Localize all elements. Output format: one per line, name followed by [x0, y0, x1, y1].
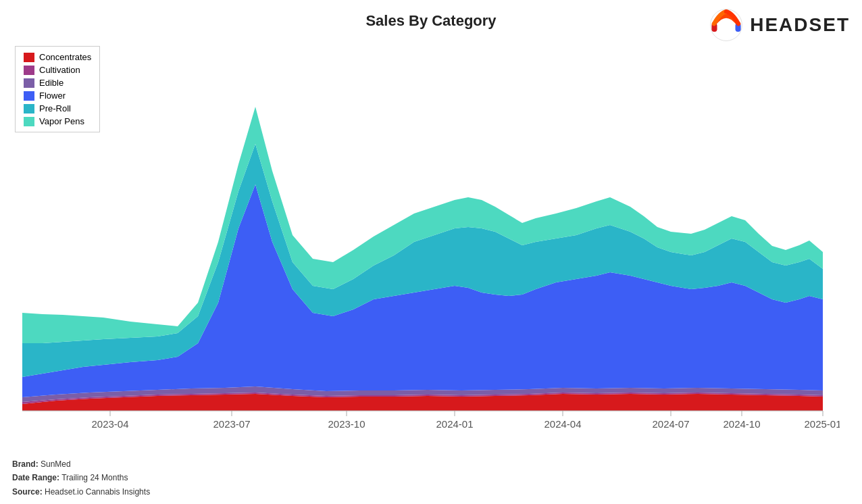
- legend-label-cultivation: Cultivation: [39, 65, 80, 75]
- xlabel-2023-07: 2023-07: [213, 418, 250, 430]
- xlabel-2024-10: 2024-10: [723, 418, 760, 430]
- xlabel-2024-01: 2024-01: [436, 418, 473, 430]
- legend-label-concentrates: Concentrates: [39, 52, 91, 62]
- legend-item-cultivation: Cultivation: [24, 65, 91, 75]
- source-label: Source:: [12, 487, 43, 497]
- xlabel-2024-07: 2024-07: [652, 418, 689, 430]
- date-range-label: Date Range:: [12, 473, 59, 482]
- source-value: Headset.io Cannabis Insights: [45, 487, 150, 497]
- xlabel-2023-04: 2023-04: [91, 418, 128, 430]
- chart-container: HEADSET Sales By Category Concentrates C…: [0, 0, 862, 504]
- headset-logo: HEADSET: [708, 7, 850, 43]
- brand-label: Brand:: [12, 459, 39, 469]
- legend-swatch-preroll: [24, 104, 34, 114]
- xlabel-2025-01: 2025-01: [804, 418, 840, 430]
- legend-swatch-vaporpens: [24, 117, 34, 126]
- legend-label-preroll: Pre-Roll: [39, 103, 71, 114]
- legend-swatch-cultivation: [24, 66, 34, 75]
- legend-item-flower: Flower: [24, 91, 91, 101]
- footer-info: Brand: SunMed Date Range: Trailing 24 Mo…: [12, 457, 150, 499]
- xlabel-2023-10: 2023-10: [328, 418, 365, 430]
- legend-label-edible: Edible: [39, 78, 64, 88]
- legend-item-preroll: Pre-Roll: [24, 103, 91, 114]
- legend-item-concentrates: Concentrates: [24, 52, 91, 62]
- legend-label-vaporpens: Vapor Pens: [39, 116, 84, 126]
- legend-swatch-edible: [24, 78, 34, 88]
- legend-label-flower: Flower: [39, 91, 66, 101]
- xlabel-2024-04: 2024-04: [544, 418, 581, 430]
- legend-item-edible: Edible: [24, 78, 91, 88]
- headset-logo-text: HEADSET: [750, 14, 850, 36]
- brand-value: SunMed: [41, 459, 71, 469]
- date-range-value: Trailing 24 Months: [61, 473, 128, 482]
- legend-swatch-concentrates: [24, 53, 34, 62]
- chart-legend: Concentrates Cultivation Edible Flower P…: [15, 46, 100, 132]
- legend-swatch-flower: [24, 91, 34, 101]
- area-chart: 2023-04 2023-07 2023-10 2024-01 2024-04 …: [22, 46, 840, 438]
- legend-item-vaporpens: Vapor Pens: [24, 116, 91, 126]
- headset-logo-icon: [708, 7, 744, 43]
